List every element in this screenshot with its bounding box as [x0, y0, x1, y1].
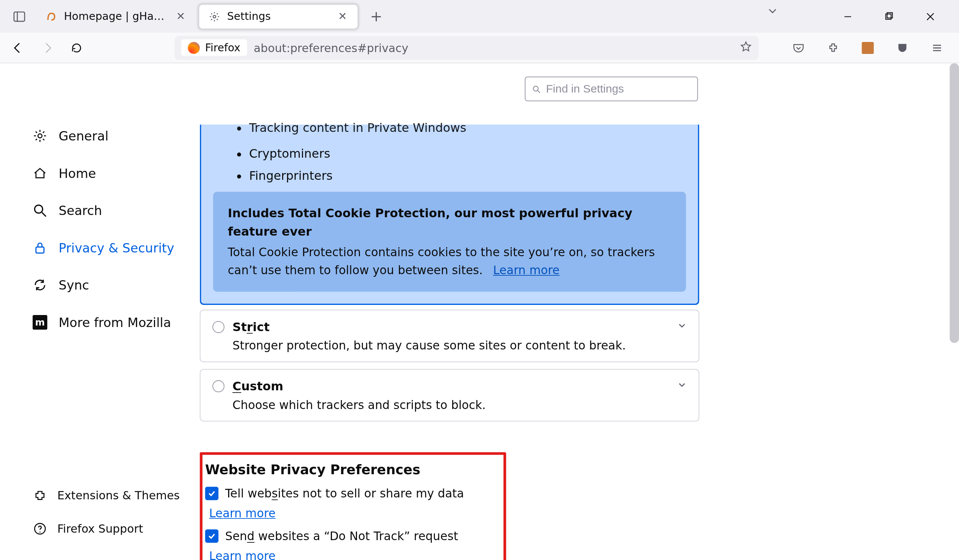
addon-square-icon[interactable]	[856, 37, 879, 59]
extensions-icon[interactable]	[822, 37, 844, 59]
search-icon	[32, 202, 48, 218]
sync-icon	[32, 277, 48, 293]
svg-point-14	[35, 205, 42, 213]
custom-desc: Choose which trackers and scripts to blo…	[232, 398, 686, 412]
nav-firefox-support[interactable]: Firefox Support	[32, 515, 180, 543]
checkbox-do-not-track[interactable]	[205, 529, 219, 543]
nav-label: Firefox Support	[57, 522, 143, 536]
tcp-banner: Includes Total Cookie Protection, our mo…	[213, 192, 686, 292]
gear-icon	[32, 128, 48, 144]
tcp-learn-more-link[interactable]: Learn more	[493, 264, 559, 277]
toolbar: Firefox about:preferences#privacy	[0, 33, 959, 63]
do-not-track-label: Send websites a “Do Not Track” request	[225, 529, 458, 543]
nav-general[interactable]: General	[32, 120, 200, 152]
svg-point-13	[38, 134, 42, 138]
nav-extensions-themes[interactable]: Extensions & Themes	[32, 481, 180, 509]
maximize-button[interactable]	[878, 5, 900, 27]
nav-label: Privacy & Security	[59, 240, 174, 255]
tcp-body: Total Cookie Protection contains cookies…	[228, 246, 655, 277]
tcp-heading: Includes Total Cookie Protection, our mo…	[228, 204, 671, 241]
bookmark-star-icon[interactable]	[740, 40, 752, 55]
tabs: Homepage | gHacks Technolog ✕ Settings ✕…	[35, 0, 387, 33]
svg-rect-16	[36, 247, 44, 253]
help-icon	[32, 521, 48, 537]
svg-line-15	[42, 212, 46, 216]
svg-point-2	[213, 15, 216, 18]
url-bar[interactable]: Firefox about:preferences#privacy	[175, 36, 758, 60]
tab-close[interactable]: ✕	[337, 10, 348, 23]
titlebar: Homepage | gHacks Technolog ✕ Settings ✕…	[0, 0, 959, 33]
nav-privacy[interactable]: Privacy & Security	[32, 232, 200, 264]
bottom-nav: Extensions & Themes Firefox Support	[32, 481, 180, 548]
strict-title: Strict	[232, 320, 269, 333]
chevron-down-icon[interactable]	[677, 380, 687, 392]
sidebar-toggle[interactable]	[8, 5, 30, 27]
strict-desc: Stronger protection, but may cause some …	[232, 339, 686, 353]
nav-more-mozilla[interactable]: m More from Mozilla	[32, 306, 200, 338]
do-not-sell-label: Tell websites not to sell or share my da…	[225, 487, 464, 500]
chevron-down-icon[interactable]	[677, 321, 687, 333]
back-button[interactable]	[7, 37, 29, 59]
svg-rect-4	[886, 13, 891, 19]
svg-point-18	[39, 531, 40, 533]
ghacks-favicon	[45, 11, 57, 22]
nav-label: Extensions & Themes	[57, 489, 180, 502]
settings-main: Tracking content in Private Windows Cryp…	[200, 63, 699, 560]
url-text: about:preferences#privacy	[253, 41, 733, 54]
do-not-sell-learn-more[interactable]: Learn more	[209, 507, 276, 520]
scrollbar[interactable]	[949, 63, 959, 343]
all-tabs-dropdown[interactable]	[767, 5, 778, 27]
checkbox-do-not-sell[interactable]	[205, 487, 219, 500]
tab-close[interactable]: ✕	[175, 10, 186, 23]
settings-favicon	[208, 11, 220, 22]
ublock-icon[interactable]	[891, 37, 914, 59]
do-not-track-learn-more[interactable]: Learn more	[209, 549, 276, 560]
website-privacy-preferences: Website Privacy Preferences Tell website…	[200, 452, 506, 560]
svg-rect-0	[14, 12, 24, 21]
pocket-icon[interactable]	[787, 37, 809, 59]
nav-label: Home	[59, 166, 96, 181]
nav-label: Sync	[59, 278, 89, 292]
content-area: General Home Search Privacy & Security	[0, 63, 959, 560]
window-controls	[767, 5, 955, 27]
puzzle-icon	[32, 487, 48, 503]
nav-home[interactable]: Home	[32, 158, 200, 189]
tab-ghacks[interactable]: Homepage | gHacks Technolog ✕	[36, 4, 196, 29]
do-not-sell-row: Tell websites not to sell or share my da…	[205, 487, 501, 520]
tab-label: Settings	[227, 10, 330, 23]
radio-strict[interactable]	[212, 321, 225, 332]
wpp-heading: Website Privacy Preferences	[205, 461, 501, 477]
tab-settings[interactable]: Settings ✕	[199, 4, 358, 29]
nav-search[interactable]: Search	[32, 194, 200, 226]
nav-label: General	[59, 129, 108, 143]
new-tab-button[interactable]: +	[365, 5, 387, 27]
firefox-icon	[188, 41, 200, 54]
lock-icon	[32, 240, 48, 256]
etp-custom-card[interactable]: Custom Choose which trackers and scripts…	[200, 369, 699, 422]
nav-label: More from Mozilla	[59, 315, 171, 329]
reload-button[interactable]	[65, 37, 88, 59]
list-item: Cryptominers	[249, 146, 686, 160]
list-item: Fingerprinters	[249, 169, 686, 183]
radio-custom[interactable]	[212, 380, 225, 392]
etp-standard-card: Tracking content in Private Windows Cryp…	[200, 124, 699, 305]
nav-label: Search	[59, 203, 102, 218]
identity-label: Firefox	[205, 41, 241, 54]
nav-sync[interactable]: Sync	[32, 269, 200, 301]
identity-box[interactable]: Firefox	[181, 39, 247, 56]
toolbar-right	[787, 37, 952, 59]
list-item: Tracking content in Private Windows	[249, 121, 686, 134]
app-menu-icon[interactable]	[926, 37, 948, 59]
do-not-track-row: Send websites a “Do Not Track” request L…	[205, 529, 501, 560]
tab-label: Homepage | gHacks Technolog	[64, 10, 168, 23]
home-icon	[32, 165, 48, 181]
etp-bullet-list: Tracking content in Private Windows Cryp…	[213, 124, 686, 183]
forward-button[interactable]	[36, 37, 59, 59]
svg-rect-5	[887, 12, 892, 18]
custom-title: Custom	[232, 379, 283, 393]
mozilla-icon: m	[32, 314, 48, 330]
close-window-button[interactable]	[919, 5, 941, 27]
minimize-button[interactable]	[836, 5, 859, 27]
etp-strict-card[interactable]: Strict Stronger protection, but may caus…	[200, 310, 699, 362]
